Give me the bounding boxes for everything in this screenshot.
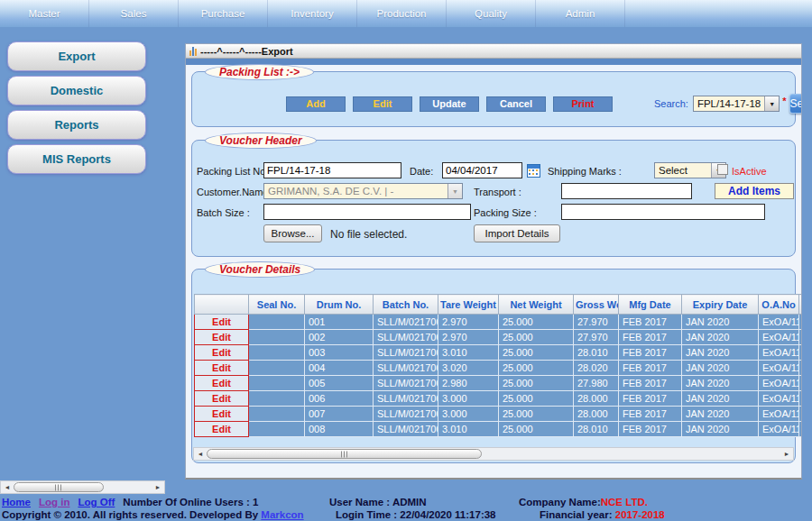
date-input[interactable] (442, 162, 522, 178)
sidebar-item-reports[interactable]: Reports (7, 110, 146, 140)
packing-list-no-label: Packing List No : (197, 166, 272, 177)
column-header: Mfg Date (619, 295, 682, 315)
cell-oa-date: 03/03/20 (799, 330, 803, 345)
user-name-value: ADMIN (392, 497, 427, 507)
edit-button[interactable]: Edit (353, 96, 412, 112)
login-link[interactable]: Log in (39, 497, 70, 507)
cell-mfg-date: FEB 2017 (619, 422, 682, 437)
cell-gross-weight: 27.970 (574, 330, 619, 345)
company-name-value: NCE LTD. (601, 497, 648, 507)
shipping-marks-label: Shipping Marks : (548, 166, 622, 177)
packing-size-input[interactable] (561, 204, 765, 220)
search-button[interactable]: Search (789, 94, 802, 114)
cell-expiry-date: JAN 2020 (682, 391, 759, 407)
isactive-checkbox[interactable] (717, 164, 728, 175)
cell-mfg-date: FEB 2017 (619, 315, 682, 330)
table-row: Edit 001 SLL/M/0217005 2.970 25.000 27.9… (195, 315, 803, 330)
sidebar-item-export[interactable]: Export (7, 41, 146, 71)
cell-oa-no: ExOA/1191-16-17 (759, 407, 799, 422)
scroll-right-icon[interactable]: ► (780, 448, 793, 460)
row-edit-button[interactable]: Edit (195, 422, 249, 437)
cell-mfg-date: FEB 2017 (619, 361, 682, 376)
company-name-label: Company Name: (519, 497, 601, 507)
financial-year-value: 2017-2018 (615, 509, 665, 520)
row-edit-button[interactable]: Edit (195, 391, 249, 407)
customer-name-combobox[interactable]: GRIMANN, S.A. DE C.V. | - ▼ (263, 183, 463, 199)
row-edit-button[interactable]: Edit (195, 345, 249, 361)
cell-gross-weight: 27.980 (574, 376, 619, 391)
row-edit-button[interactable]: Edit (195, 376, 249, 391)
scroll-right-icon[interactable]: ► (152, 481, 164, 493)
column-header: Net Weight (499, 295, 574, 315)
update-button[interactable]: Update (420, 96, 479, 112)
cell-drum-no: 005 (305, 376, 374, 391)
table-horizontal-scrollbar[interactable]: ◄ ► (193, 447, 794, 461)
nav-tab-quality[interactable]: Quality (447, 0, 536, 27)
cell-batch-no: SLL/M/0217007 (374, 407, 438, 422)
nav-tab-inventory[interactable]: Inventory (268, 0, 357, 27)
developer-link[interactable]: Markcon (261, 509, 303, 520)
browse-button[interactable]: Browse... (263, 224, 322, 242)
add-button[interactable]: Add (286, 96, 346, 112)
cell-seal-no (249, 391, 305, 407)
chevron-down-icon[interactable]: ▼ (764, 96, 779, 111)
search-label: Search: (654, 98, 688, 109)
packing-list-no-input[interactable] (263, 162, 401, 178)
sidebar-horizontal-scrollbar[interactable]: ◄ ► (0, 480, 165, 494)
transport-input[interactable] (561, 183, 692, 199)
cell-batch-no: SLL/M/0217005 (374, 361, 438, 376)
row-edit-button[interactable]: Edit (195, 330, 249, 345)
row-edit-button[interactable]: Edit (195, 315, 249, 330)
cell-tare-weight: 3.010 (438, 345, 499, 361)
cell-net-weight: 25.000 (499, 315, 574, 330)
sidebar-item-domestic[interactable]: Domestic (7, 76, 146, 105)
table-row: Edit 008 SLL/M/0217007 3.010 25.000 28.0… (195, 422, 803, 437)
search-combobox[interactable]: FPL/14-17-18 ▼ (693, 96, 780, 112)
cell-expiry-date: JAN 2020 (682, 315, 759, 330)
cell-oa-no: ExOA/1191-16-17 (759, 315, 799, 330)
column-header: Tare Weight (438, 295, 499, 315)
cell-net-weight: 25.000 (499, 376, 574, 391)
import-details-button[interactable]: Import Details (474, 224, 560, 242)
cell-batch-no: SLL/M/0217007 (374, 376, 438, 391)
cell-net-weight: 25.000 (499, 407, 574, 422)
add-items-button[interactable]: Add Items (715, 183, 794, 199)
scroll-left-icon[interactable]: ◄ (1, 481, 14, 493)
nav-tab-admin[interactable]: Admin (536, 0, 625, 27)
scrollbar-thumb[interactable] (14, 482, 104, 492)
cancel-button[interactable]: Cancel (486, 96, 546, 112)
cell-mfg-date: FEB 2017 (619, 330, 682, 345)
cell-tare-weight: 2.980 (438, 376, 499, 391)
chevron-down-icon: ▼ (448, 184, 462, 198)
cell-mfg-date: FEB 2017 (619, 391, 682, 407)
cell-oa-date: 03/03/20 (799, 391, 803, 407)
calendar-icon[interactable] (527, 164, 540, 178)
row-edit-button[interactable]: Edit (195, 407, 249, 422)
customer-name-label: Customer.Name: (197, 187, 272, 197)
home-link[interactable]: Home (2, 497, 31, 507)
row-edit-button[interactable]: Edit (195, 361, 249, 376)
nav-tab-production[interactable]: Production (357, 0, 447, 27)
cell-batch-no: SLL/M/0217007 (374, 422, 438, 437)
login-time-label: Login Time : (336, 509, 397, 520)
cell-oa-date: 03/03/20 (799, 376, 803, 391)
required-mark: * (782, 96, 786, 106)
logoff-link[interactable]: Log Off (78, 497, 115, 507)
nav-tab-master[interactable]: Master (0, 0, 89, 27)
print-button[interactable]: Print (553, 96, 613, 112)
cell-gross-weight: 28.000 (574, 407, 619, 422)
sidebar-item-mis-reports[interactable]: MIS Reports (7, 144, 146, 174)
table-row: Edit 002 SLL/M/0217005 2.970 25.000 27.9… (195, 330, 803, 345)
cell-seal-no (249, 361, 305, 376)
copyright-text: Copyright © 2010. All rights reserved. D… (2, 509, 258, 520)
shipping-marks-select[interactable]: Select ▼ (654, 162, 726, 178)
nav-tab-sales[interactable]: Sales (89, 0, 179, 27)
scroll-left-icon[interactable]: ◄ (194, 448, 207, 460)
scrollbar-thumb[interactable] (207, 449, 482, 459)
date-label: Date: (410, 166, 433, 177)
cell-gross-weight: 28.010 (574, 345, 619, 361)
column-header: Expiry Date (682, 295, 759, 315)
batch-size-input[interactable] (263, 204, 471, 220)
nav-tab-purchase[interactable]: Purchase (179, 0, 268, 27)
cell-oa-date: 03/03/20 (799, 315, 803, 330)
